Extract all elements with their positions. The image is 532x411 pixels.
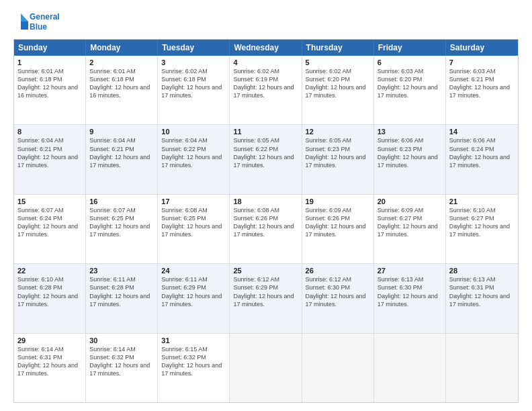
day-number: 9 (89, 128, 154, 136)
sunset-label: Sunset: 6:25 PM (161, 215, 206, 222)
day-cell-21: 21 Sunrise: 6:10 AM Sunset: 6:27 PM Dayl… (446, 195, 518, 263)
day-cell-30: 30 Sunrise: 6:14 AM Sunset: 6:32 PM Dayl… (86, 334, 158, 402)
sunset-label: Sunset: 6:21 PM (17, 146, 62, 152)
day-info: Sunrise: 6:13 AM Sunset: 6:31 PM Dayligh… (449, 275, 515, 308)
daylight-label: Daylight: 12 hours and 17 minutes. (306, 293, 366, 308)
calendar-row-4: 22 Sunrise: 6:10 AM Sunset: 6:28 PM Dayl… (14, 264, 518, 333)
day-info: Sunrise: 6:02 AM Sunset: 6:18 PM Dayligh… (161, 67, 226, 100)
day-number: 19 (306, 197, 370, 205)
sunrise-label: Sunrise: 6:13 AM (449, 276, 496, 283)
day-info: Sunrise: 6:04 AM Sunset: 6:22 PM Dayligh… (161, 136, 226, 169)
day-of-week-wednesday: Wednesday (230, 40, 302, 56)
sunset-label: Sunset: 6:27 PM (449, 215, 494, 222)
daylight-label: Daylight: 12 hours and 16 minutes. (89, 84, 150, 99)
sunrise-label: Sunrise: 6:11 AM (89, 276, 136, 283)
day-number: 1 (17, 58, 82, 66)
day-of-week-monday: Monday (86, 40, 158, 56)
day-number: 28 (449, 267, 515, 275)
calendar-body: 1 Sunrise: 6:01 AM Sunset: 6:18 PM Dayli… (14, 56, 518, 402)
daylight-label: Daylight: 12 hours and 17 minutes. (17, 293, 78, 308)
sunrise-label: Sunrise: 6:10 AM (17, 276, 64, 283)
daylight-label: Daylight: 12 hours and 17 minutes. (449, 84, 510, 99)
sunset-label: Sunset: 6:18 PM (89, 76, 134, 83)
day-number: 13 (378, 128, 442, 136)
sunset-label: Sunset: 6:23 PM (306, 146, 351, 152)
day-cell-29: 29 Sunrise: 6:14 AM Sunset: 6:31 PM Dayl… (14, 334, 86, 402)
daylight-label: Daylight: 12 hours and 16 minutes. (17, 84, 78, 99)
sunset-label: Sunset: 6:27 PM (378, 215, 423, 222)
calendar-header: SundayMondayTuesdayWednesdayThursdayFrid… (14, 40, 518, 56)
day-cell-31: 31 Sunrise: 6:15 AM Sunset: 6:32 PM Dayl… (158, 334, 230, 402)
daylight-label: Daylight: 12 hours and 17 minutes. (449, 293, 510, 308)
sunset-label: Sunset: 6:32 PM (161, 354, 206, 361)
day-info: Sunrise: 6:02 AM Sunset: 6:20 PM Dayligh… (306, 67, 370, 100)
sunrise-label: Sunrise: 6:01 AM (17, 68, 64, 75)
day-cell-11: 11 Sunrise: 6:05 AM Sunset: 6:22 PM Dayl… (230, 125, 302, 193)
sunset-label: Sunset: 6:24 PM (17, 215, 62, 222)
sunset-label: Sunset: 6:26 PM (306, 215, 351, 222)
day-number: 2 (89, 58, 154, 66)
sunrise-label: Sunrise: 6:10 AM (449, 207, 496, 214)
day-number: 7 (449, 58, 515, 66)
day-info: Sunrise: 6:14 AM Sunset: 6:32 PM Dayligh… (89, 345, 154, 378)
daylight-label: Daylight: 12 hours and 17 minutes. (89, 293, 150, 308)
day-number: 5 (306, 58, 370, 66)
daylight-label: Daylight: 12 hours and 17 minutes. (89, 154, 150, 169)
day-info: Sunrise: 6:08 AM Sunset: 6:25 PM Dayligh… (161, 206, 226, 239)
sunset-label: Sunset: 6:22 PM (233, 146, 278, 152)
day-number: 16 (89, 197, 154, 205)
page: General Blue SundayMondayTuesdayWednesda… (0, 0, 532, 411)
daylight-label: Daylight: 12 hours and 17 minutes. (378, 223, 438, 238)
day-info: Sunrise: 6:15 AM Sunset: 6:32 PM Dayligh… (161, 345, 226, 378)
day-cell-19: 19 Sunrise: 6:09 AM Sunset: 6:26 PM Dayl… (302, 195, 374, 263)
day-cell-8: 8 Sunrise: 6:04 AM Sunset: 6:21 PM Dayli… (14, 125, 86, 193)
day-cell-17: 17 Sunrise: 6:08 AM Sunset: 6:25 PM Dayl… (158, 195, 230, 263)
calendar-row-2: 8 Sunrise: 6:04 AM Sunset: 6:21 PM Dayli… (14, 125, 518, 194)
sunrise-label: Sunrise: 6:07 AM (89, 207, 136, 214)
day-cell-14: 14 Sunrise: 6:06 AM Sunset: 6:24 PM Dayl… (446, 125, 518, 193)
day-cell-23: 23 Sunrise: 6:11 AM Sunset: 6:28 PM Dayl… (86, 264, 158, 332)
day-number: 8 (17, 128, 82, 136)
daylight-label: Daylight: 12 hours and 17 minutes. (161, 223, 222, 238)
daylight-label: Daylight: 12 hours and 17 minutes. (378, 154, 438, 169)
daylight-label: Daylight: 12 hours and 17 minutes. (378, 84, 438, 99)
daylight-label: Daylight: 12 hours and 17 minutes. (17, 223, 78, 238)
sunset-label: Sunset: 6:20 PM (306, 76, 351, 83)
empty-cell (374, 334, 446, 402)
sunset-label: Sunset: 6:25 PM (89, 215, 134, 222)
empty-cell (446, 334, 518, 402)
sunrise-label: Sunrise: 6:04 AM (17, 137, 64, 144)
daylight-label: Daylight: 12 hours and 17 minutes. (161, 84, 222, 99)
day-cell-1: 1 Sunrise: 6:01 AM Sunset: 6:18 PM Dayli… (14, 56, 86, 124)
day-info: Sunrise: 6:09 AM Sunset: 6:27 PM Dayligh… (378, 206, 442, 239)
day-number: 3 (161, 58, 226, 66)
day-info: Sunrise: 6:07 AM Sunset: 6:25 PM Dayligh… (89, 206, 154, 239)
day-info: Sunrise: 6:10 AM Sunset: 6:27 PM Dayligh… (449, 206, 515, 239)
logo-bird-icon (13, 12, 28, 32)
sunset-label: Sunset: 6:18 PM (161, 76, 206, 83)
daylight-label: Daylight: 12 hours and 17 minutes. (306, 223, 366, 238)
sunrise-label: Sunrise: 6:12 AM (306, 276, 352, 283)
day-cell-22: 22 Sunrise: 6:10 AM Sunset: 6:28 PM Dayl… (14, 264, 86, 332)
sunset-label: Sunset: 6:30 PM (378, 284, 423, 291)
empty-cell (302, 334, 374, 402)
day-cell-5: 5 Sunrise: 6:02 AM Sunset: 6:20 PM Dayli… (302, 56, 374, 124)
sunset-label: Sunset: 6:23 PM (378, 146, 423, 152)
day-number: 14 (449, 128, 515, 136)
day-number: 29 (17, 336, 82, 345)
daylight-label: Daylight: 12 hours and 17 minutes. (233, 84, 294, 99)
sunrise-label: Sunrise: 6:02 AM (233, 68, 279, 75)
sunrise-label: Sunrise: 6:13 AM (378, 276, 424, 283)
day-number: 25 (233, 267, 298, 275)
sunset-label: Sunset: 6:28 PM (89, 284, 134, 291)
day-of-week-friday: Friday (374, 40, 446, 56)
day-cell-26: 26 Sunrise: 6:12 AM Sunset: 6:30 PM Dayl… (302, 264, 374, 332)
day-info: Sunrise: 6:01 AM Sunset: 6:18 PM Dayligh… (89, 67, 154, 100)
day-number: 11 (233, 128, 298, 136)
sunset-label: Sunset: 6:18 PM (17, 76, 62, 83)
day-number: 4 (233, 58, 298, 66)
daylight-label: Daylight: 12 hours and 17 minutes. (89, 362, 150, 377)
day-number: 30 (89, 336, 154, 345)
day-number: 18 (233, 197, 298, 205)
daylight-label: Daylight: 12 hours and 17 minutes. (233, 293, 294, 308)
